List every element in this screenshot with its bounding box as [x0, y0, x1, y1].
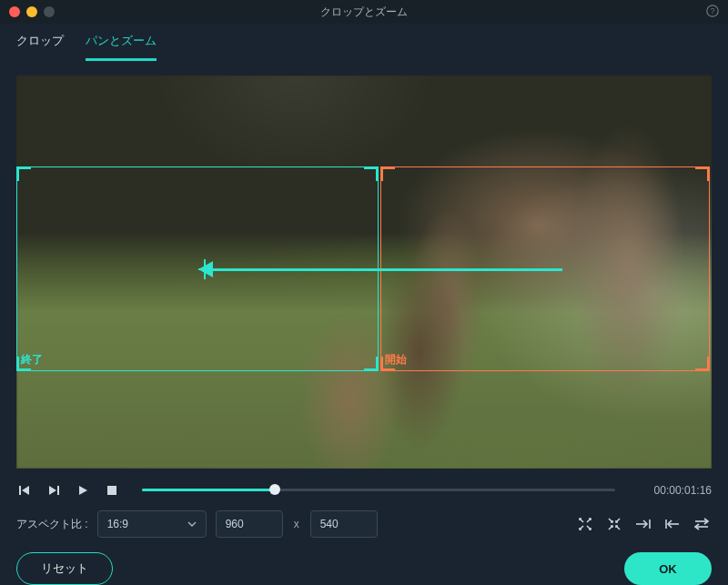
play-button[interactable] [75, 482, 91, 499]
svg-rect-5 [57, 486, 59, 495]
dialog-buttons: リセット OK [0, 538, 728, 585]
aspect-ratio-label: アスペクト比 : [16, 517, 88, 532]
zoom-in-icon[interactable] [575, 514, 595, 534]
end-frame-label: 終了 [21, 352, 43, 368]
tab-crop[interactable]: クロップ [16, 33, 64, 61]
width-input[interactable]: 960 [216, 510, 283, 538]
zoom-out-icon[interactable] [604, 514, 624, 534]
start-frame-label: 開始 [385, 352, 407, 368]
tab-pan-and-zoom[interactable]: パンとズーム [86, 33, 157, 61]
aspect-ratio-row: アスペクト比 : 16:9 960 x 540 [0, 501, 728, 538]
aspect-ratio-select[interactable]: 16:9 [97, 510, 207, 538]
swap-icon[interactable] [692, 514, 712, 534]
ok-button[interactable]: OK [624, 552, 712, 585]
tabs: クロップ パンとズーム [0, 24, 728, 61]
svg-marker-4 [49, 486, 56, 495]
resize-handle-tl[interactable] [380, 166, 395, 181]
aspect-ratio-value: 16:9 [107, 518, 128, 530]
prev-frame-button[interactable] [16, 482, 33, 499]
preview-canvas[interactable]: 終了 開始 [16, 76, 712, 469]
start-frame[interactable]: 開始 [380, 166, 710, 371]
help-icon[interactable]: ? [706, 5, 719, 17]
maximize-window-button[interactable] [44, 6, 55, 17]
window-controls [9, 6, 55, 17]
reset-button[interactable]: リセット [16, 552, 113, 585]
end-frame[interactable]: 終了 [16, 166, 379, 371]
next-frame-button[interactable] [46, 482, 62, 499]
height-input[interactable]: 540 [310, 510, 378, 538]
svg-text:?: ? [710, 6, 714, 15]
chevron-down-icon [187, 521, 197, 527]
resize-handle-br[interactable] [364, 357, 379, 371]
window-title: クロップとズーム [0, 5, 728, 20]
timeline-slider[interactable] [142, 479, 615, 501]
timecode: 00:00:01:16 [637, 484, 712, 497]
svg-marker-3 [22, 486, 29, 495]
stop-button[interactable] [104, 482, 120, 499]
resize-handle-tr[interactable] [364, 166, 379, 181]
timeline-thumb[interactable] [269, 484, 280, 495]
dimension-separator: x [292, 518, 301, 530]
title-bar: クロップとズーム ? [0, 0, 728, 24]
svg-rect-2 [19, 486, 21, 495]
canvas-container: 終了 開始 [0, 61, 728, 474]
resize-handle-tl[interactable] [16, 166, 31, 181]
svg-rect-7 [107, 486, 116, 495]
resize-handle-tr[interactable] [695, 166, 710, 181]
resize-handle-br[interactable] [695, 357, 710, 371]
pan-right-to-left-icon[interactable] [662, 514, 682, 534]
pan-left-to-right-icon[interactable] [633, 514, 653, 534]
transport-bar: 00:00:01:16 [0, 474, 728, 501]
svg-marker-6 [79, 486, 87, 495]
close-window-button[interactable] [9, 6, 20, 17]
minimize-window-button[interactable] [26, 6, 37, 17]
